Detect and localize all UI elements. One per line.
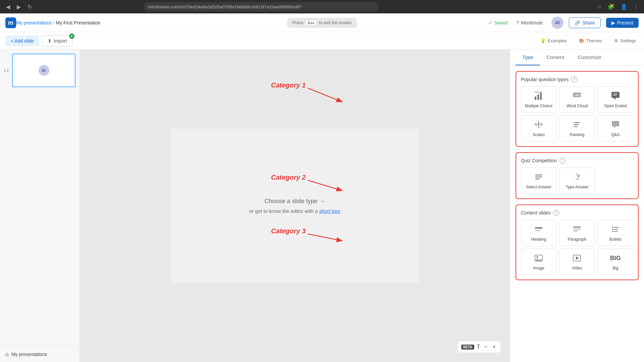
mentimote-icon: ? [516, 20, 519, 25]
zoom-out-button[interactable]: − [483, 343, 488, 351]
svg-rect-35 [573, 229, 581, 230]
svg-point-19 [535, 124, 536, 125]
svg-point-41 [612, 231, 613, 232]
url-text: mentimeter.com/s/d78ed24e8a3d326a0788a7b… [148, 4, 302, 9]
add-slide-button[interactable]: + Add slide [5, 36, 39, 46]
saved-indicator: ✓ Saved [488, 20, 508, 25]
saved-label: Saved [494, 20, 508, 25]
type-open-ended[interactable]: Open Ended [598, 86, 633, 113]
svg-point-24 [576, 122, 578, 123]
canvas-prompt-text: Choose a slide type → [264, 198, 325, 205]
my-presentations-nav[interactable]: ⌂ My presentations [0, 346, 79, 362]
type-select-answer[interactable]: Select Answer [521, 168, 556, 194]
type-answer-label: Type Answer [566, 185, 589, 189]
profile-icon[interactable]: 👤 [619, 2, 629, 11]
present-button[interactable]: ▶ Present [606, 18, 639, 28]
upload-icon: ⬆ [48, 38, 52, 44]
refresh-button[interactable]: ↻ [25, 2, 34, 11]
address-bar[interactable]: mentimeter.com/s/d78ed24e8a3d326a0788a7b… [144, 2, 379, 11]
tab-customize[interactable]: Customize [571, 50, 608, 65]
esc-prefix: Press [292, 20, 304, 25]
content-help-icon[interactable]: ? [553, 210, 559, 216]
type-big[interactable]: BIG Big [598, 249, 633, 275]
type-scales[interactable]: Scales [521, 115, 556, 141]
browser-icons: ☆ 🧩 👤 ⋮ [596, 2, 640, 11]
header-right: ✓ Saved ? Mentimote JC 🔗 Share ▶ Present [488, 17, 639, 29]
canvas-bottom-toolbar: BETA T − + [458, 341, 500, 353]
big-text-icon: BIG [610, 255, 621, 262]
slide-thumbnail[interactable]: 1 JC [12, 54, 75, 87]
app-logo: m [5, 17, 16, 28]
quiz-section-title: Quiz Competition [521, 158, 557, 163]
extensions-icon[interactable]: 🧩 [606, 2, 616, 11]
bullets-label: Bullets [609, 237, 622, 242]
popular-help-icon[interactable]: ? [571, 76, 577, 82]
type-answer-icon [572, 172, 582, 182]
breadcrumb-separator: / [53, 20, 55, 25]
multiple-choice-label: Multiple Choice [525, 104, 552, 108]
text-format-icon[interactable]: T [477, 344, 480, 350]
canvas-area: Choose a slide type → or get to know the… [80, 50, 510, 362]
import-button[interactable]: ⬆ Import ● [42, 35, 73, 47]
quiz-section-header: Quiz Competition ? [521, 158, 633, 164]
examples-button[interactable]: 💡 Examples [538, 36, 570, 45]
check-icon: ✓ [488, 20, 492, 25]
zoom-in-button[interactable]: + [491, 343, 497, 351]
popular-section-title: Popular question types [521, 77, 569, 82]
browser-chrome: ◀ ▶ ↻ mentimeter.com/s/d78ed24e8a3d326a0… [0, 0, 644, 13]
footer-nav-label: My presentations [11, 352, 47, 357]
svg-rect-5 [535, 97, 536, 100]
themes-button[interactable]: 🎨 Themes [576, 36, 605, 45]
popular-question-types-section: Popular question types ? [516, 71, 639, 147]
tab-content[interactable]: Content [540, 50, 571, 65]
type-word-cloud[interactable]: ABC Word Cloud [559, 86, 595, 113]
canvas-prompt: Choose a slide type → [264, 198, 325, 205]
avatar-button[interactable]: JC [551, 17, 564, 29]
menu-icon[interactable]: ⋮ [632, 2, 640, 11]
tab-type[interactable]: Type [516, 50, 540, 65]
paragraph-label: Paragraph [568, 237, 586, 242]
svg-rect-6 [537, 95, 539, 100]
svg-rect-7 [540, 93, 542, 100]
home-icon: ⌂ [5, 351, 9, 357]
svg-line-2 [308, 88, 341, 102]
type-video[interactable]: Video [559, 249, 595, 275]
settings-label: Settings [620, 38, 636, 43]
type-ranking[interactable]: Ranking [559, 115, 595, 141]
present-icon: ▶ [611, 20, 615, 25]
type-qna[interactable]: Q&A [598, 115, 633, 141]
share-button[interactable]: 🔗 Share [569, 17, 600, 28]
image-icon [534, 253, 543, 263]
category-1-label: Category 1 [271, 81, 306, 89]
open-ended-label: Open Ended [604, 104, 627, 108]
type-paragraph[interactable]: Paragraph [559, 220, 595, 246]
type-heading[interactable]: Heading [521, 220, 556, 246]
short-tour-link[interactable]: short tour [319, 208, 340, 214]
qna-label: Q&A [611, 132, 620, 137]
paragraph-icon [572, 224, 582, 234]
esc-suffix: to exit full screen [319, 20, 352, 25]
share-label: Share [582, 20, 595, 25]
scales-icon [534, 120, 543, 130]
forward-button[interactable]: ▶ [15, 2, 23, 11]
type-bullets[interactable]: Bullets [598, 220, 633, 246]
bullets-icon [611, 224, 620, 234]
mentimote-button[interactable]: ? Mentimote [513, 18, 546, 27]
type-multiple-choice[interactable]: Multiple Choice [521, 86, 556, 113]
themes-label: Themes [586, 38, 602, 43]
settings-button[interactable]: ⚙ Settings [611, 36, 639, 45]
type-image[interactable]: Image [521, 249, 556, 275]
svg-rect-34 [573, 227, 581, 228]
type-type-answer[interactable]: Type Answer [559, 168, 595, 194]
image-label: Image [533, 266, 544, 270]
ranking-label: Ranking [570, 132, 584, 137]
quiz-help-icon[interactable]: ? [559, 158, 566, 164]
svg-rect-36 [573, 231, 578, 232]
big-label: Big [612, 266, 618, 270]
breadcrumb-home-link[interactable]: My presentations [16, 20, 52, 25]
bookmark-icon[interactable]: ☆ [596, 2, 603, 11]
esc-bar: Press Esc to exit full screen [287, 18, 357, 28]
back-button[interactable]: ◀ [4, 2, 12, 11]
canvas-sub: or get to know the editor with a short t… [249, 208, 340, 214]
main-layout: ▶ 1 1 JC ⌂ My presentations Choose a sli… [0, 50, 644, 362]
